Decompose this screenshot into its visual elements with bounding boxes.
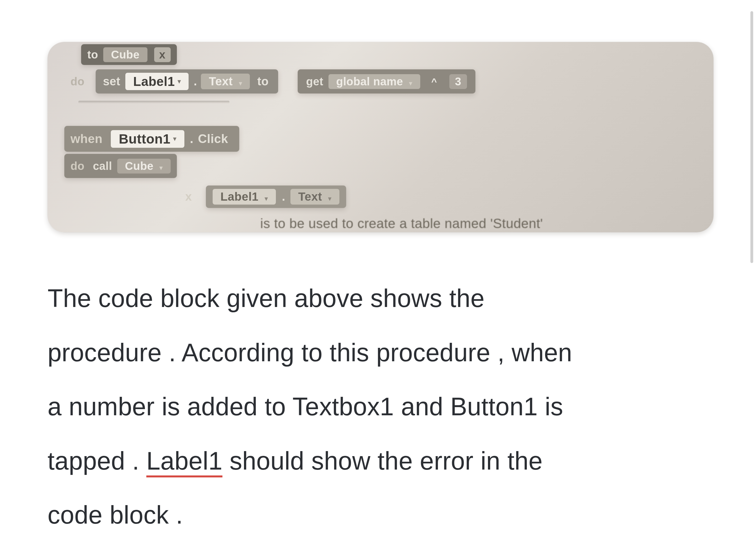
chevron-down-icon: ▾ xyxy=(265,195,268,202)
block-do-set-row: do set Label1 ▾ . Text ▾ to xyxy=(64,69,481,94)
block-get-global: get global name ▾ ^ 3 xyxy=(298,69,475,94)
question-line-4: tapped . Label1 should show the error in… xyxy=(48,434,713,488)
chevron-down-icon: ▾ xyxy=(328,195,332,202)
kw-do2: do xyxy=(71,160,84,172)
chip-global-name: global name ▾ xyxy=(329,74,420,89)
scrollbar-thumb[interactable] xyxy=(750,11,753,263)
block-shadow-divider xyxy=(78,101,229,104)
chevron-down-icon: ▾ xyxy=(178,78,181,85)
scrollbar-rail[interactable] xyxy=(750,0,753,558)
label1-text: Label1 xyxy=(133,74,175,89)
question-text: The code block given above shows the pro… xyxy=(48,272,713,542)
question-line-1: The code block given above shows the xyxy=(48,272,713,326)
chip-proc-name: Cube xyxy=(103,47,148,62)
question-line-2: procedure . According to this procedure … xyxy=(48,326,713,380)
chip-call-cube: Cube ▾ xyxy=(117,159,171,174)
chevron-down-icon: ▾ xyxy=(239,80,242,87)
chip-component-label1: Label1 ▾ xyxy=(125,73,189,90)
peek-text-fragment: is to be used to create a table named 'S… xyxy=(260,216,543,231)
block-when: when Button1 ▾ . Click xyxy=(64,126,239,152)
kw-when: when xyxy=(71,132,102,146)
chip-button1: Button1 ▾ xyxy=(111,130,184,148)
chip-operand-3: 3 xyxy=(449,74,467,89)
q4-suffix: should show the error in the xyxy=(223,447,543,475)
chevron-down-icon: ▾ xyxy=(409,80,412,87)
chip-property-text: Text ▾ xyxy=(201,74,250,89)
q4-prefix: tapped . xyxy=(48,447,146,475)
chip-label1-b: Label1 ▾ xyxy=(213,189,276,205)
operator-power: ^ xyxy=(432,76,437,87)
chevron-down-icon: ▾ xyxy=(159,164,163,171)
block-call: do call Cube ▾ xyxy=(64,154,177,178)
kw-call: call xyxy=(93,160,112,172)
kw-to2: to xyxy=(257,75,268,88)
chip-text-b: Text ▾ xyxy=(290,189,339,205)
chevron-down-icon: ▾ xyxy=(173,135,177,143)
kw-set: set xyxy=(103,75,120,88)
block-arg-row: x Label1 ▾ . Text ▾ xyxy=(179,185,352,209)
kw-do: do xyxy=(71,75,84,88)
block-set: set Label1 ▾ . Text ▾ to xyxy=(96,69,278,94)
question-line-5: code block . xyxy=(48,488,713,542)
block-label1-text: Label1 ▾ . Text ▾ xyxy=(206,185,346,208)
block-proc-header: to Cube x xyxy=(81,44,177,65)
page-root: to Cube x do set Label1 ▾ . xyxy=(0,0,756,558)
arg-x-label: x xyxy=(185,190,192,203)
kw-to: to xyxy=(87,48,98,61)
kw-get: get xyxy=(306,75,323,88)
code-blocks-image: to Cube x do set Label1 ▾ . xyxy=(48,42,713,232)
chip-arg-x: x xyxy=(154,47,171,62)
q4-underlined-word: Label1 xyxy=(146,447,223,477)
code-blocks-inner: to Cube x do set Label1 ▾ . xyxy=(48,42,713,232)
question-line-3: a number is added to Textbox1 and Button… xyxy=(48,380,713,434)
event-click: Click xyxy=(198,132,228,146)
